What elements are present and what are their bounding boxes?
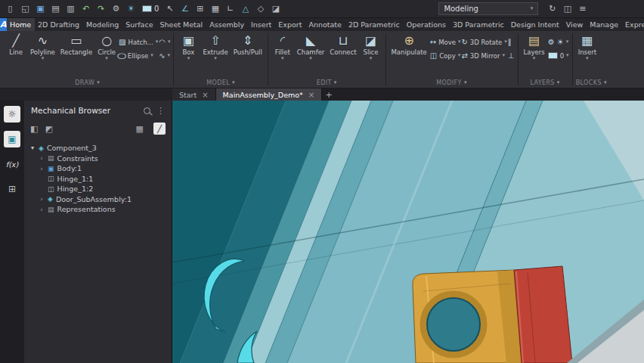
tab-surface[interactable]: Surface	[122, 18, 156, 31]
tab-3d-parametric[interactable]: 3D Parametric	[449, 18, 507, 31]
red-bracket-part[interactable]	[514, 266, 572, 363]
hinge-part-orange[interactable]	[413, 270, 522, 363]
current-layer-control[interactable]: 0	[142, 5, 159, 13]
tab-assembly[interactable]: Assembly	[206, 18, 248, 31]
snap-icon[interactable]: ⊞	[193, 2, 207, 16]
tab-design-intent[interactable]: Design Intent	[507, 18, 562, 31]
parameters-fx-icon[interactable]: f(x)	[4, 156, 20, 172]
tree-item-hinge-1[interactable]: ◫ Hinge_1:1	[24, 174, 172, 185]
brightness-icon[interactable]: ☀	[124, 2, 138, 16]
solid-mode-icon[interactable]: ◇	[253, 2, 268, 16]
publish-icon[interactable]: ▥	[63, 2, 78, 16]
viewport-3d[interactable]	[172, 101, 644, 363]
tab-2d-parametric[interactable]: 2D Parametric	[345, 18, 403, 31]
tree-item-representations[interactable]: › ▤ Representations	[24, 204, 172, 215]
insert-block-button[interactable]: ▦ Insert ▾	[576, 33, 599, 78]
tips-bulb-icon[interactable]: ☼	[4, 106, 20, 123]
viewport-canvas[interactable]	[172, 101, 644, 363]
layer-on-off-icon[interactable]: ☀	[557, 38, 564, 46]
undo-icon[interactable]: ↶	[79, 2, 93, 16]
tree-item-hinge-2[interactable]: ◫ Hinge_1:2	[24, 184, 172, 194]
hinge-hole[interactable]	[427, 298, 480, 351]
chamfer-button[interactable]: ◣ Chamfer ▾	[295, 33, 327, 78]
dock-left-icon[interactable]: ◧	[30, 124, 38, 134]
push-pull-button[interactable]: ⇕ Push/Pull	[231, 33, 265, 78]
circle-button[interactable]: ○ Circle ▾	[95, 33, 118, 78]
copy-button[interactable]: ◫ Copy ▾	[430, 50, 461, 61]
tab-annotate[interactable]: Annotate	[305, 18, 345, 31]
expander-icon[interactable]: ▾	[29, 144, 36, 151]
group-label-draw[interactable]: DRAW ▾	[5, 78, 170, 88]
slice-button[interactable]: ◪ Slice ▾	[360, 33, 382, 78]
tree-item-body[interactable]: › ▣ Body:1	[24, 163, 172, 174]
tab-home[interactable]: Home	[7, 18, 35, 31]
polyline-button[interactable]: ∿ Polyline ▾	[28, 33, 57, 78]
group-label-blocks[interactable]: BLOCKS ▾	[576, 78, 607, 88]
app-logo[interactable]: A	[0, 18, 7, 31]
tab-manage[interactable]: Manage	[587, 18, 622, 31]
cursor-icon[interactable]: ↖	[163, 2, 177, 16]
ellipse-button[interactable]: ○ Ellipse ▾	[119, 50, 158, 61]
chevron-right-icon[interactable]: ›	[39, 195, 45, 203]
dock-bottom-icon[interactable]: ◩	[45, 124, 52, 134]
tab-2d-drafting[interactable]: 2D Drafting	[35, 18, 83, 31]
measure-icon[interactable]: ∠	[178, 2, 192, 16]
edit-pencil-icon[interactable]: ╱	[153, 123, 166, 135]
sync-icon[interactable]: ↻	[545, 2, 559, 16]
connect-button[interactable]: ⊔ Connect	[327, 33, 358, 78]
tree-item-constraints[interactable]: › ▤ Constraints	[24, 154, 172, 164]
open-folder-icon[interactable]: ◱	[18, 2, 33, 16]
grid-view-icon[interactable]: ▦	[136, 124, 144, 134]
fillet-button[interactable]: ◜ Fillet ▾	[271, 33, 294, 78]
tab-sheet-metal[interactable]: Sheet Metal	[156, 18, 206, 31]
group-label-modify[interactable]: MODIFY ▾	[389, 78, 515, 88]
tab-insert[interactable]: Insert	[248, 18, 275, 31]
spline-button[interactable]: ∿ ▾	[159, 50, 170, 61]
new-file-icon[interactable]: ▯	[3, 2, 17, 16]
chevron-right-icon[interactable]: ›	[39, 154, 45, 162]
group-label-model[interactable]: MODEL ▾	[177, 78, 264, 88]
group-label-layers[interactable]: LAYERS ▾	[522, 78, 569, 88]
panels-icon[interactable]: ◫	[560, 2, 574, 16]
mirror-3d-button[interactable]: ⇄ 3D Mirror ▾	[461, 50, 506, 61]
move-button[interactable]: ↔ Move ▾	[430, 36, 461, 48]
layer-select-dropdown[interactable]: 0 ▾	[548, 50, 569, 61]
close-icon[interactable]: ×	[202, 91, 208, 99]
grid-icon[interactable]: ▦	[208, 2, 222, 16]
close-icon[interactable]: ×	[308, 91, 314, 99]
rectangle-button[interactable]: ▭ Rectangle	[58, 33, 94, 78]
workspace-dropdown[interactable]: Modeling ▾	[438, 2, 538, 15]
tree-item-door-subassembly[interactable]: › ◈ Door_SubAssembly:1	[24, 194, 172, 205]
tab-operations[interactable]: Operations	[403, 18, 449, 31]
save-icon[interactable]: ▣	[33, 2, 48, 16]
manipulate-button[interactable]: ⊕ Manipulate	[389, 33, 429, 78]
structure-icon[interactable]: ⊞	[4, 181, 20, 197]
rotate-3d-button[interactable]: ↻ 3D Rotate ▾	[461, 36, 506, 48]
tab-expresstools[interactable]: ExpressTools	[622, 18, 644, 31]
tab-modeling[interactable]: Modeling	[83, 18, 122, 31]
redo-icon[interactable]: ↷	[94, 2, 108, 16]
kebab-menu-icon[interactable]: ⋮	[156, 106, 165, 116]
line-button[interactable]: ╱ Line	[5, 33, 27, 78]
dynamic-ucs-icon[interactable]: △	[238, 2, 252, 16]
group-label-edit[interactable]: EDIT ▾	[271, 78, 382, 88]
section-icon[interactable]: ◪	[268, 2, 283, 16]
arc-button[interactable]: ◠ ▾	[159, 36, 170, 48]
materials-icon[interactable]: ▣	[4, 131, 20, 147]
layers-button[interactable]: ▤ Layers ▾	[522, 33, 547, 78]
overflow-menu-icon[interactable]: ≡	[575, 2, 590, 16]
tab-export[interactable]: Export	[275, 18, 305, 31]
chevron-right-icon[interactable]: ›	[39, 206, 45, 213]
tree-item-component[interactable]: ▾ ◈ Component_3	[24, 143, 172, 154]
extrude-button[interactable]: ⇧ Extrude ▾	[200, 33, 230, 78]
print-icon[interactable]: ▤	[48, 2, 63, 16]
ortho-icon[interactable]: ∟	[223, 2, 237, 16]
layer-settings-gear-icon[interactable]: ⚙	[548, 38, 555, 46]
doc-tab-main-assembly[interactable]: MainAssembly_Demo* ×	[216, 88, 323, 101]
box-button[interactable]: ▣ Box ▾	[177, 33, 200, 78]
offset-button[interactable]: ∥	[508, 36, 515, 48]
new-tab-button[interactable]: +	[322, 88, 336, 101]
settings-gear-icon[interactable]: ⚙	[109, 2, 123, 16]
hatch-button[interactable]: ▨ Hatch... ▾	[119, 36, 158, 48]
search-icon[interactable]	[144, 107, 150, 114]
